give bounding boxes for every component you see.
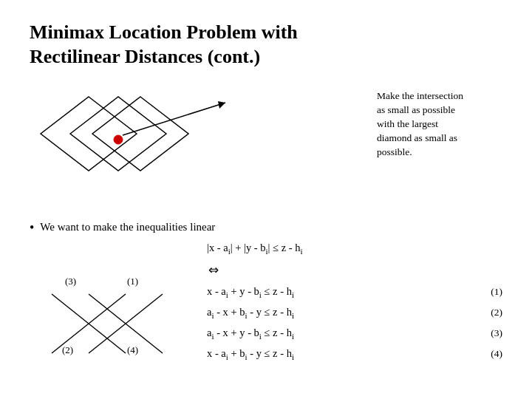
svg-marker-5 <box>218 101 225 109</box>
iff-arrow: ⇔ <box>208 259 219 282</box>
title-line1: Minimax Location Problem with <box>30 21 298 43</box>
svg-marker-2 <box>70 97 166 171</box>
page: Minimax Location Problem with Rectilinea… <box>0 0 532 399</box>
svg-text:(1): (1) <box>127 276 138 287</box>
title-line2: Rectilinear Distances (cont.) <box>30 46 260 67</box>
eq-row-4: x - ai + bi - y ≤ z - hi (4) <box>207 344 502 364</box>
top-diamonds-area <box>30 82 244 208</box>
eq-row-1: x - ai + y - bi ≤ z - hi (1) <box>207 282 502 302</box>
svg-marker-0 <box>41 97 137 171</box>
eq-top-text: |x - ai| + |y - bi| ≤ z - hi <box>207 239 502 259</box>
annotation-line1: Make the intersection <box>377 90 463 101</box>
eq3-text: ai - x + y - bi ≤ z - hi <box>207 324 482 344</box>
svg-point-3 <box>114 135 123 144</box>
bullet-text: We want to make the inequalities linear <box>40 221 215 233</box>
lower-diamonds-svg: (3) (1) (2) (4) <box>30 239 200 368</box>
svg-line-4 <box>123 103 225 135</box>
page-title: Minimax Location Problem with Rectilinea… <box>30 21 502 69</box>
eq4-num: (4) <box>482 345 502 363</box>
lower-diamonds-area: (3) (1) (2) (4) <box>30 239 200 368</box>
svg-text:(3): (3) <box>65 276 76 287</box>
eq-row-3: ai - x + y - bi ≤ z - hi (3) <box>207 324 502 344</box>
top-content: Make the intersection as small as possib… <box>30 82 502 208</box>
eq2-num: (2) <box>482 304 502 321</box>
svg-text:(4): (4) <box>127 344 138 355</box>
svg-text:(2): (2) <box>62 344 73 355</box>
eq1-text: x - ai + y - bi ≤ z - hi <box>207 282 482 302</box>
eq3-num: (3) <box>482 324 502 342</box>
annotation-line2: as small as possible <box>377 104 455 115</box>
annotation-line4: diamond as small as <box>377 132 457 143</box>
eq-arrow: ⇔ <box>207 259 502 282</box>
eq1-num: (1) <box>482 283 502 301</box>
annotation: Make the intersection as small as possib… <box>377 89 517 159</box>
eq4-text: x - ai + bi - y ≤ z - hi <box>207 344 482 364</box>
bullet-icon: • <box>30 221 34 234</box>
lower-area: (3) (1) (2) (4) |x - ai| + |y <box>30 239 502 368</box>
bullet-row: • We want to make the inequalities linea… <box>30 221 502 234</box>
annotation-line3: with the largest <box>377 118 438 129</box>
svg-marker-1 <box>92 97 188 171</box>
top-diamonds-svg <box>30 82 244 208</box>
eq2-text: ai - x + bi - y ≤ z - hi <box>207 303 482 323</box>
eq-top: |x - ai| + |y - bi| ≤ z - hi <box>207 239 502 259</box>
bullet-section: • We want to make the inequalities linea… <box>30 221 502 234</box>
annotation-line5: possible. <box>377 146 412 157</box>
eq-row-2: ai - x + bi - y ≤ z - hi (2) <box>207 303 502 323</box>
equations-area: |x - ai| + |y - bi| ≤ z - hi ⇔ x - ai + … <box>200 239 502 368</box>
